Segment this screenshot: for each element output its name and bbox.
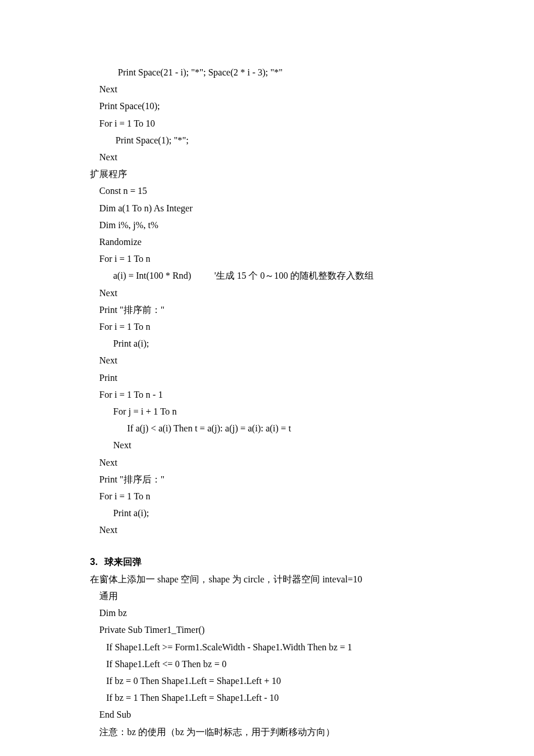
code-line: Dim i%, j%, t% <box>90 217 444 233</box>
code-block-2: Const n = 15 Dim a(1 To n) As Integer Di… <box>90 182 444 538</box>
code-line: Next <box>90 454 444 471</box>
heading-title: 球来回弹 <box>104 557 142 567</box>
section-label-extended: 扩展程序 <box>90 165 444 182</box>
code-line: For i = 1 To n <box>90 318 444 335</box>
code-line: Randomize <box>90 233 444 250</box>
code-line: For i = 1 To 10 <box>90 115 444 132</box>
code-line: Next <box>90 521 444 538</box>
code-line: Print Space(10); <box>90 98 444 114</box>
code-line: If bz = 0 Then Shape1.Left = Shape1.Left… <box>90 672 444 689</box>
code-line: Print "排序后：" <box>90 471 444 488</box>
heading-3: 3.球来回弹 <box>90 556 444 568</box>
code-line: Next <box>90 352 444 369</box>
code-line: For i = 1 To n <box>90 488 444 505</box>
code-line: Next <box>90 81 444 98</box>
code-line: For j = i + 1 To n <box>90 403 444 420</box>
code-block-3: 通用 Dim bz Private Sub Timer1_Timer() If … <box>90 588 444 723</box>
page-content: Print Space(21 - i); "*"; Space(2 * i - … <box>0 0 534 756</box>
code-line: Const n = 15 <box>90 182 444 199</box>
code-line: Print Space(21 - i); "*"; Space(2 * i - … <box>90 64 444 81</box>
code-line: Dim a(1 To n) As Integer <box>90 200 444 217</box>
code-line: Private Sub Timer1_Timer() <box>90 621 444 638</box>
description-3: 在窗体上添加一 shape 空间，shape 为 circle，计时器空间 in… <box>90 571 444 588</box>
code-line: Print Space(1); "*"; <box>90 132 444 149</box>
code-line: Dim bz <box>90 604 444 621</box>
code-line: Print a(i); <box>90 335 444 352</box>
code-line: If Shape1.Left >= Form1.ScaleWidth - Sha… <box>90 639 444 656</box>
note-3: 注意：bz 的使用（bz 为一临时标志，用于判断移动方向） <box>90 723 444 740</box>
code-line: Print <box>90 369 444 386</box>
code-line: If Shape1.Left <= 0 Then bz = 0 <box>90 656 444 672</box>
code-line: Print "排序前：" <box>90 301 444 318</box>
code-line: Next <box>90 437 444 453</box>
code-block-1: Print Space(21 - i); "*"; Space(2 * i - … <box>90 64 444 165</box>
code-line: End Sub <box>90 706 444 723</box>
code-line: If bz = 1 Then Shape1.Left = Shape1.Left… <box>90 689 444 706</box>
code-line: For i = 1 To n <box>90 250 444 267</box>
code-line: If a(j) < a(i) Then t = a(j): a(j) = a(i… <box>90 420 444 437</box>
code-line: Next <box>90 149 444 165</box>
code-line: Next <box>90 285 444 301</box>
code-line: a(i) = Int(100 * Rnd) '生成 15 个 0～100 的随机… <box>90 267 444 284</box>
code-line: Print a(i); <box>90 505 444 521</box>
code-line: For i = 1 To n - 1 <box>90 386 444 403</box>
heading-number: 3. <box>90 557 98 567</box>
code-line: 通用 <box>90 588 444 604</box>
